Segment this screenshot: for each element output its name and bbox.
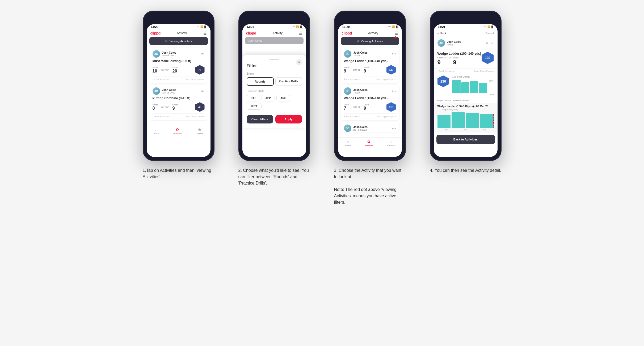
avatar-1-2: JC <box>153 87 160 95</box>
outof-text-3-1: OUT OF <box>352 69 360 71</box>
status-bar-3: 13:20 ▪▪▪ 🛜 ▓ <box>338 24 402 29</box>
detail-title-section-4: Wedge Ladder (100–140 yds) Score 9 OUT O… <box>434 49 498 69</box>
activity-card-3-3[interactable]: JC Josh Coles 28 Feb 2023 ••• <box>341 122 399 133</box>
page-container: 13:20 ▪▪▪ 🛜 ▓ clippd Activity ☰ <box>136 11 508 206</box>
hamburger-icon-1[interactable]: ☰ <box>203 31 207 35</box>
wifi-icon-3: 🛜 <box>392 25 395 28</box>
chart-bar-4-2 <box>461 82 469 93</box>
shots-num-3-1: 9 <box>364 69 369 74</box>
home-icon-3: ⌂ <box>347 140 349 144</box>
edit-icon-4[interactable]: ✏ <box>486 41 489 45</box>
rounds-toggle[interactable]: Rounds <box>247 77 274 86</box>
app-title-1: Activity <box>177 31 187 35</box>
card-dots-3-3[interactable]: ••• <box>392 126 396 130</box>
user-date-3-2: Today <box>353 91 368 94</box>
phone-2: 13:21 ▪▪▪ 🛜 ▓ clippd Activity ☰ Josh Col… <box>238 11 310 161</box>
user-info-3-1: Josh Coles Today <box>353 51 368 57</box>
card-dots-1-2[interactable]: ••• <box>201 89 205 93</box>
nav-activities-1[interactable]: ♻ Activities <box>173 127 182 135</box>
back-button-4[interactable]: < Back <box>437 32 447 35</box>
user-date-3-1: Today <box>353 54 368 57</box>
app-drill[interactable]: APP <box>262 95 275 101</box>
card-stats-1-2: Score 0 OUT OF Shots 9 45 <box>153 102 205 112</box>
score-group-3-1: Score 9 <box>344 66 350 74</box>
detail-session-4: Wedge Ladder (100–140 yds) - 06 Mar 23 —… <box>434 103 498 133</box>
screen-content-1: ⚙ Viewing Activities JC Josh Coles <box>147 37 211 123</box>
user-date-3-3: 28 Feb 2023 <box>353 129 368 131</box>
quality-hex-4: 130 <box>482 52 494 64</box>
chart-bars-4: 130 <box>452 80 494 93</box>
shots-num-1-1: 20 <box>172 69 178 74</box>
card-footer-3-1: ℹ Test Information Data: Clippd Capture <box>344 76 396 80</box>
footer-left-1-1: ℹ Test Information <box>153 78 169 80</box>
detail-action-icons: ✏ ⤢ <box>486 41 494 45</box>
red-dot-3 <box>394 36 397 39</box>
phone-notch-2 <box>261 15 288 22</box>
score-label-4: Score <box>437 57 443 59</box>
card-header-3-2: JC Josh Coles Today ••• <box>344 87 396 95</box>
expand-icon-4[interactable]: ⤢ <box>491 41 494 45</box>
card-stats-1-1: Score 10 OUT OF <box>153 65 205 75</box>
card-header-3-3: JC Josh Coles 28 Feb 2023 ••• <box>344 125 396 132</box>
nav-home-1[interactable]: ⌂ Home <box>154 127 159 135</box>
card-header-1-2: JC Josh Coles 28 Feb 2023 ••• <box>153 87 205 95</box>
shots-num-group-3-2: Shots 9 <box>364 104 369 111</box>
wifi-icon-4: 🛜 <box>487 25 490 28</box>
score-value-3-2: 7 <box>344 106 350 111</box>
phone-screen-2: 13:21 ▪▪▪ 🛜 ▓ clippd Activity ☰ Josh Col… <box>242 24 306 157</box>
activity-card-3-1[interactable]: JC Josh Coles Today ••• Wedge Ladder (10… <box>341 48 399 83</box>
step-3-part2: Note: The red dot above 'Viewing Activit… <box>334 187 397 204</box>
card-header-3-1: JC Josh Coles Today ••• <box>344 50 396 58</box>
putt-drill[interactable]: PUTT <box>247 103 262 110</box>
ott-drill[interactable]: OTT <box>247 95 260 101</box>
filter-banner-text-1: Viewing Activities <box>169 40 192 43</box>
settings-icon-1: ⚙ <box>165 39 168 43</box>
activity-title-4: Wedge Ladder (100–140 yds) <box>437 52 482 55</box>
time-4: 13:21 <box>438 25 445 28</box>
activities-icon-1: ♻ <box>176 127 179 132</box>
hamburger-icon-2[interactable]: ☰ <box>299 31 302 35</box>
nav-capture-3[interactable]: ⊕ Capture <box>387 140 395 147</box>
score-row-4: Score 9 OUT OF Shots 9 <box>437 57 482 66</box>
phone-screen-4: 13:21 ▪▪▪ 🛜 ▓ < Back Cancel J <box>434 24 498 157</box>
clear-filters-button[interactable]: Clear Filters <box>247 115 273 123</box>
practice-drills-toggle[interactable]: Practice Drills <box>275 77 302 86</box>
modal-close-button[interactable]: ✕ <box>296 59 302 65</box>
capture-icon-1: ⊕ <box>198 127 201 132</box>
app-logo-3: clippd <box>342 31 352 35</box>
detail-user-name-4: Josh Coles <box>447 40 461 43</box>
chart-title-4: Avg Shot Quality <box>452 75 494 78</box>
card-dots-1-1[interactable]: ••• <box>201 52 205 56</box>
hamburger-icon-3[interactable]: ☰ <box>395 31 398 35</box>
card-dots-3-1[interactable]: ••• <box>392 52 396 56</box>
filter-banner-3[interactable]: ⚙ Viewing Activities <box>341 37 399 45</box>
nav-capture-1[interactable]: ⊕ Capture <box>196 127 203 135</box>
nav-activities-3[interactable]: ♻ Activities <box>365 140 373 147</box>
blurred-card-text-2: Josh Coles <box>248 39 300 42</box>
step-2-column: 13:21 ▪▪▪ 🛜 ▓ clippd Activity ☰ Josh Col… <box>232 11 317 186</box>
shots-num-group-3-1: Shots 9 <box>364 66 369 74</box>
avatar-img-1-2: JC <box>153 87 160 95</box>
avatar-1-1: JC <box>153 50 160 58</box>
activity-card-3-2[interactable]: JC Josh Coles Today ••• Wedge Ladder (10… <box>341 85 399 120</box>
apply-button[interactable]: Apply <box>275 115 302 123</box>
battery-icon-3: ▓ <box>396 25 398 28</box>
cancel-button-4[interactable]: Cancel <box>485 32 494 35</box>
title-score-row: Wedge Ladder (100–140 yds) Score 9 OUT O… <box>437 52 494 66</box>
back-to-activities-button[interactable]: Back to Activities <box>436 135 495 144</box>
nav-activities-label-3: Activities <box>365 144 373 147</box>
user-name-3-1: Josh Coles <box>353 51 368 54</box>
activity-card-1-2[interactable]: JC Josh Coles 28 Feb 2023 ••• Putting Co… <box>149 85 208 120</box>
battery-icon-4: ▓ <box>491 25 493 28</box>
filter-banner-1[interactable]: ⚙ Viewing Activities <box>149 37 208 45</box>
footer-right-1-2: Data: Clippd Capture <box>185 115 205 118</box>
arg-drill[interactable]: ARG <box>276 95 290 101</box>
nav-home-3[interactable]: ⌂ Home <box>345 140 351 147</box>
wifi-icon: 🛜 <box>200 25 203 28</box>
footer-left-3-1: ℹ Test Information <box>344 78 360 80</box>
activity-card-1-1[interactable]: JC Josh Coles 28 Feb 2023 ••• Must Make … <box>149 48 208 83</box>
card-dots-3-2[interactable]: ••• <box>392 89 396 93</box>
app-title-3: Activity <box>368 31 378 35</box>
card-user-3-3: JC Josh Coles 28 Feb 2023 <box>344 125 368 132</box>
score-group-1-2: Score 0 <box>153 104 158 111</box>
